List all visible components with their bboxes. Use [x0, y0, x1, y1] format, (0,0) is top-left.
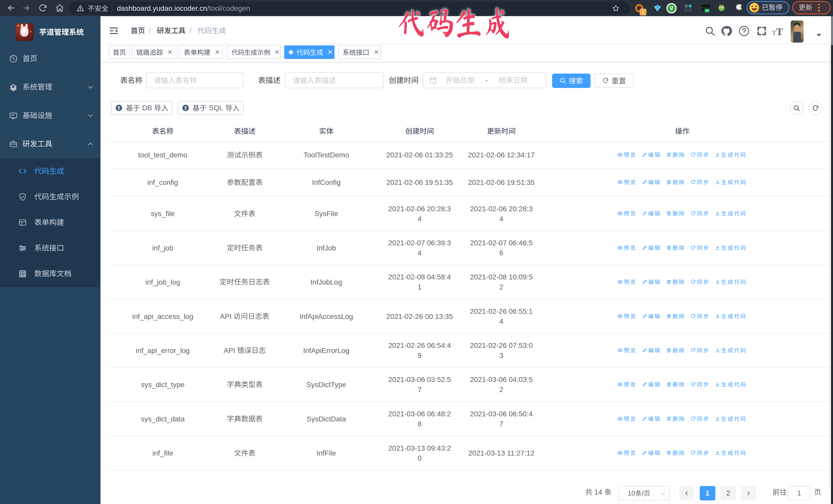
svg-text:on: on — [706, 9, 709, 12]
